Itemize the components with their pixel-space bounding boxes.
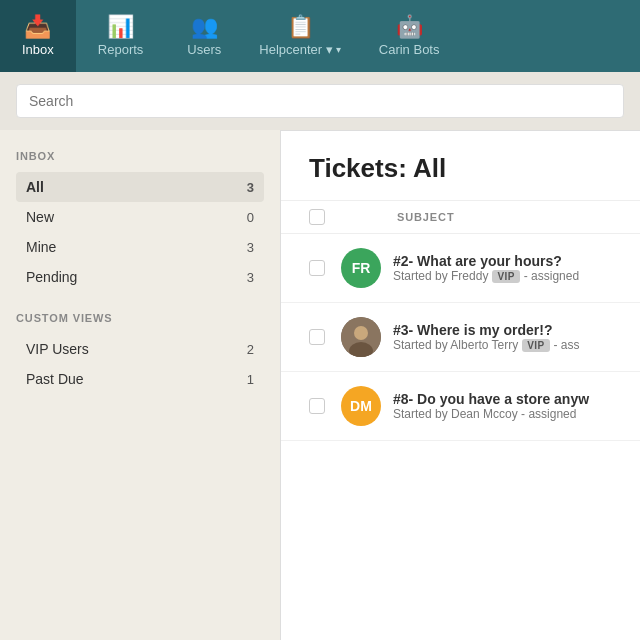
select-all-checkbox[interactable] [309,209,325,225]
search-input[interactable] [16,84,624,118]
nav-label-carinbots: Carin Bots [379,42,440,57]
nav-item-reports[interactable]: 📊 Reports [76,0,166,72]
vip-badge-t2: VIP [492,270,519,283]
carinbots-icon: 🤖 [396,16,423,38]
ticket-subject-t3: #3- Where is my order!? [393,322,612,338]
ticket-checkbox-t3[interactable] [309,329,325,345]
ticket-info-t3: #3- Where is my order!? Started by Alber… [393,322,612,352]
nav-item-inbox[interactable]: 📥 Inbox [0,0,76,72]
ticket-row[interactable]: FR #2- What are your hours? Started by F… [281,234,640,303]
nav-label-users: Users [187,42,221,57]
search-bar [0,72,640,130]
ticket-table-header: SUBJECT [281,200,640,234]
nav-item-carinbots[interactable]: 🤖 Carin Bots [357,0,462,72]
sidebar: INBOX All 3 New 0 Mine 3 Pending 3 CUSTO… [0,130,280,640]
sidebar-item-all[interactable]: All 3 [16,172,264,202]
avatar-t8: DM [341,386,381,426]
ticket-checkbox-t2[interactable] [309,260,325,276]
nav-item-users[interactable]: 👥 Users [165,0,243,72]
ticket-meta-t8: Started by Dean Mccoy - assigned [393,407,612,421]
ticket-subject-t8: #8- Do you have a store anyw [393,391,612,407]
vip-badge-t3: VIP [522,339,549,352]
avatar-t3 [341,317,381,357]
ticket-meta-t2: Started by Freddy VIP - assigned [393,269,612,283]
svg-point-1 [354,326,368,340]
nav-item-helpcenter[interactable]: 📋 Helpcenter ▾ [243,0,356,72]
ticket-info-t2: #2- What are your hours? Started by Fred… [393,253,612,283]
ticket-table: SUBJECT FR #2- What are your hours? Star… [281,200,640,441]
ticket-row[interactable]: #3- Where is my order!? Started by Alber… [281,303,640,372]
avatar-t2: FR [341,248,381,288]
subject-column-header: SUBJECT [397,211,612,223]
ticket-subject-t2: #2- What are your hours? [393,253,612,269]
reports-icon: 📊 [107,16,134,38]
users-icon: 👥 [191,16,218,38]
sidebar-item-vip-users[interactable]: VIP Users 2 [16,334,264,364]
nav-label-helpcenter: Helpcenter ▾ [259,42,340,57]
sidebar-item-past-due[interactable]: Past Due 1 [16,364,264,394]
content-area: Tickets: All SUBJECT FR [280,130,640,640]
nav-label-inbox: Inbox [22,42,54,57]
nav-label-reports: Reports [98,42,144,57]
sidebar-custom-views-heading: CUSTOM VIEWS [16,312,264,324]
ticket-row[interactable]: DM #8- Do you have a store anyw Started … [281,372,640,441]
ticket-info-t8: #8- Do you have a store anyw Started by … [393,391,612,421]
main-layout: INBOX All 3 New 0 Mine 3 Pending 3 CUSTO… [0,130,640,640]
page-title: Tickets: All [309,153,612,184]
ticket-checkbox-t8[interactable] [309,398,325,414]
avatar-photo-t3 [341,317,381,357]
inbox-icon: 📥 [24,16,51,38]
sidebar-item-pending[interactable]: Pending 3 [16,262,264,292]
sidebar-inbox-heading: INBOX [16,150,264,162]
sidebar-item-new[interactable]: New 0 [16,202,264,232]
helpcenter-icon: 📋 [287,16,314,38]
top-nav: 📥 Inbox 📊 Reports 👥 Users 📋 Helpcenter ▾… [0,0,640,72]
sidebar-item-mine[interactable]: Mine 3 [16,232,264,262]
content-header: Tickets: All [281,131,640,200]
ticket-meta-t3: Started by Alberto Terry VIP - ass [393,338,612,352]
